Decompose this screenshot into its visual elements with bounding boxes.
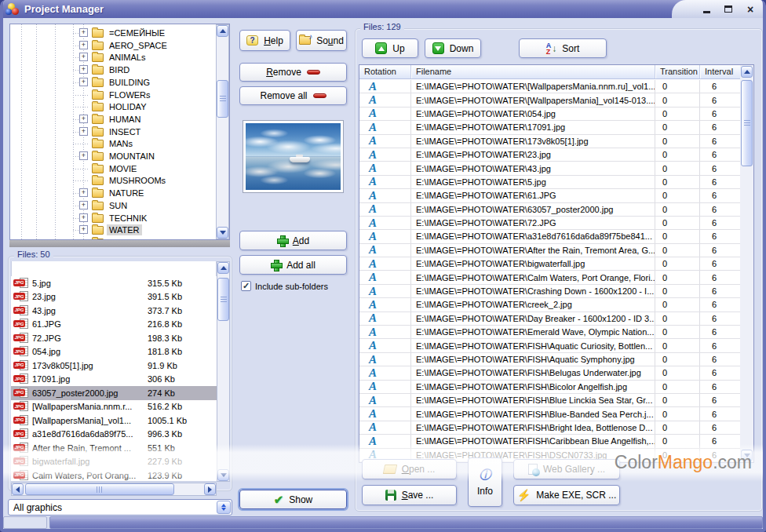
- file-list-scroll-left-button[interactable]: [12, 483, 24, 495]
- expand-plus-icon[interactable]: +: [79, 225, 88, 234]
- file-list-row[interactable]: JPG17091.jpg306 Kb: [11, 373, 217, 387]
- tree-item[interactable]: FLOWERs: [10, 89, 229, 101]
- expand-plus-icon[interactable]: +: [79, 127, 88, 136]
- playlist-row[interactable]: AE:\IMAGE\=PHOTO\WATER\Day Breaker - 160…: [359, 312, 741, 326]
- tree-item[interactable]: +SUN: [10, 199, 229, 212]
- playlist-scrollbar[interactable]: [740, 65, 753, 462]
- add-button[interactable]: Add: [239, 231, 347, 250]
- file-list-row[interactable]: JPG054.jpg181.8 Kb: [11, 345, 217, 359]
- open-button[interactable]: Open ...: [362, 459, 457, 479]
- playlist-row[interactable]: AE:\IMAGE\=PHOTO\WATER\63057_poster2000.…: [359, 203, 741, 217]
- playlist-row[interactable]: AE:\IMAGE\=PHOTO\WATER\After the Rain, T…: [359, 244, 741, 257]
- column-header-filename[interactable]: Filename: [411, 65, 655, 78]
- playlist-row[interactable]: AE:\IMAGE\=PHOTO\WATER\FISH\Blue Linckia…: [359, 394, 741, 407]
- column-header-rotation[interactable]: Rotation: [359, 65, 411, 78]
- file-list-scroll-thumb[interactable]: [217, 278, 229, 321]
- playlist-row[interactable]: AE:\IMAGE\=PHOTO\WATER\FISH\Aquatic Curi…: [359, 339, 741, 352]
- tree-item[interactable]: +ANIMALs: [10, 51, 229, 64]
- checkbox-check-icon[interactable]: ✓: [241, 281, 251, 291]
- playlist-row[interactable]: AE:\IMAGE\=PHOTO\WATER\FISH\Aquatic Symp…: [359, 353, 741, 366]
- playlist-row[interactable]: AE:\IMAGE\=PHOTO\WATER\5.jpg06: [359, 176, 741, 189]
- tree-item[interactable]: +BIRD: [10, 64, 229, 76]
- expand-plus-icon[interactable]: +: [79, 151, 88, 160]
- sort-button[interactable]: AZ↓ Sort: [519, 38, 607, 58]
- expand-plus-icon[interactable]: +: [79, 53, 88, 61]
- playlist-row[interactable]: AE:\IMAGE\=PHOTO\WATER\61.JPG06: [359, 189, 741, 202]
- expand-plus-icon[interactable]: +: [79, 65, 88, 74]
- expand-plus-icon[interactable]: +: [79, 201, 88, 210]
- close-button[interactable]: ×: [744, 3, 757, 16]
- info-button[interactable]: ⓘ Info: [468, 457, 502, 507]
- playlist-row[interactable]: AE:\IMAGE\=PHOTO\WATER\a31e8d7616da6da89…: [359, 230, 741, 243]
- playlist-row[interactable]: AE:\IMAGE\=PHOTO\WATER\FISH\Blue-Banded …: [359, 407, 741, 421]
- file-list-hscrollbar[interactable]: [11, 483, 217, 496]
- tree-item[interactable]: +TECHNIK: [10, 212, 229, 224]
- tree-item[interactable]: +INSECT: [10, 126, 229, 138]
- file-list-row[interactable]: JPGa31e8d7616da6da89f75...996.3 Kb: [11, 428, 217, 442]
- maximize-button[interactable]: [722, 3, 735, 16]
- expand-plus-icon[interactable]: +: [79, 213, 88, 222]
- playlist-row[interactable]: AE:\IMAGE\=PHOTO\WATER\Crashing Down - 1…: [359, 285, 741, 298]
- save-button[interactable]: Save ...: [362, 485, 457, 505]
- file-list-row[interactable]: JPG43.jpg373.7 Kb: [11, 304, 217, 318]
- file-list-row[interactable]: JPG61.JPG216.8 Kb: [11, 318, 217, 332]
- column-header-interval[interactable]: Interval: [700, 65, 741, 78]
- file-list-row[interactable]: JPG23.jpg391.5 Kb: [11, 290, 217, 304]
- playlist-row[interactable]: AE:\IMAGE\=PHOTO\WATER\Calm Waters, Port…: [359, 271, 741, 284]
- tree-scroll-down-button[interactable]: [217, 227, 228, 239]
- file-list-row[interactable]: JPG[WallpapersMania]_vol1...1005.1 Kb: [11, 414, 217, 428]
- tree-item[interactable]: MUSHROOMs: [10, 174, 229, 187]
- file-list-row[interactable]: JPG[WallpapersMania.nnm.r...516.2 Kb: [11, 400, 217, 414]
- remove-all-button[interactable]: Remove all: [239, 86, 347, 105]
- playlist-row[interactable]: AE:\IMAGE\=PHOTO\WATER\Emerald Wave, Oly…: [359, 326, 741, 339]
- expand-plus-icon[interactable]: +: [79, 78, 88, 86]
- tree-item[interactable]: HOLIDAY: [10, 100, 229, 113]
- playlist-row[interactable]: AE:\IMAGE\=PHOTO\WATER\17091.jpg06: [359, 121, 741, 134]
- title-bar[interactable]: Project Manager: [0, 0, 766, 18]
- minimize-button[interactable]: [700, 3, 713, 16]
- file-list-scroll-up-button[interactable]: [217, 262, 229, 274]
- playlist-row[interactable]: AE:\IMAGE\=PHOTO\WATER\FISH\Bicolor Ange…: [359, 381, 741, 394]
- playlist-row[interactable]: AE:\IMAGE\=PHOTO\WATER\[WallpapersMania]…: [359, 93, 741, 107]
- expand-plus-icon[interactable]: +: [79, 115, 88, 123]
- tree-item[interactable]: MOVIE: [10, 162, 229, 175]
- tree-item[interactable]: +BUILDING: [10, 76, 229, 89]
- file-list-row[interactable]: JPG72.JPG198.3 Kb: [11, 331, 217, 345]
- down-button[interactable]: Down: [425, 38, 481, 58]
- playlist-row[interactable]: AE:\IMAGE\=PHOTO\WATER\FISH\Belugas Unde…: [359, 366, 741, 380]
- playlist-scroll-thumb[interactable]: [741, 80, 753, 166]
- tree-item[interactable]: +=СЕМЕЙНЫЕ: [10, 27, 229, 39]
- file-list-row[interactable]: JPG63057_poster2000.jpg274 Kb: [11, 386, 217, 400]
- tree-scrollbar[interactable]: [216, 24, 229, 239]
- playlist-row[interactable]: AE:\IMAGE\=PHOTO\WATER\[WallpapersMania.…: [359, 80, 741, 93]
- show-button[interactable]: ✔ Show: [239, 490, 347, 509]
- file-list-row[interactable]: JPGAfter the Rain, Tremont ...551 Kb: [11, 441, 217, 455]
- help-button[interactable]: ? Help: [239, 30, 290, 51]
- up-button[interactable]: Up: [362, 38, 418, 58]
- playlist-row[interactable]: AE:\IMAGE\=PHOTO\WATER\creek_2.jpg06: [359, 298, 741, 312]
- playlist-row[interactable]: AE:\IMAGE\=PHOTO\WATER\43.jpg06: [359, 162, 741, 175]
- playlist-row[interactable]: AE:\IMAGE\=PHOTO\WATER\bigwaterfall.jpg0…: [359, 257, 741, 271]
- tree-scroll-up-button[interactable]: [217, 25, 228, 37]
- file-list-scrollbar[interactable]: [217, 261, 230, 482]
- tree-item[interactable]: +MOUNTAIN: [10, 150, 229, 162]
- tree-item[interactable]: +NATURE: [10, 187, 229, 199]
- remove-button[interactable]: Remove: [239, 63, 347, 82]
- playlist-row[interactable]: AE:\IMAGE\=PHOTO\WATER\FISH\Bright Idea,…: [359, 421, 741, 435]
- add-all-button[interactable]: Add all: [239, 255, 347, 275]
- playlist-scroll-down-button[interactable]: [741, 450, 753, 461]
- file-list-row[interactable]: JPG173v8k05[1].jpg91.9 Kb: [11, 359, 217, 373]
- playlist-scroll-up-button[interactable]: [741, 66, 753, 78]
- tree-item[interactable]: +AERO_SPACE: [10, 39, 229, 52]
- expand-plus-icon[interactable]: +: [79, 41, 88, 49]
- tree-scroll-thumb[interactable]: [217, 80, 228, 118]
- tree-list-splitter[interactable]: [9, 240, 230, 247]
- file-list-row[interactable]: JPGbigwaterfall.jpg227.9 Kb: [11, 455, 217, 469]
- file-list-hscroll-thumb[interactable]: [25, 483, 174, 495]
- sound-button[interactable]: ♪ Sound: [296, 30, 347, 51]
- file-list-row[interactable]: JPGCalm Waters, Port Orang...123.9 Kb: [11, 468, 217, 481]
- playlist-row[interactable]: AE:\IMAGE\=PHOTO\WATER\054.jpg06: [359, 107, 741, 121]
- playlist-row[interactable]: AE:\IMAGE\=PHOTO\WATER\72.JPG06: [359, 217, 741, 230]
- web-gallery-button[interactable]: Web Gallery ...: [513, 459, 620, 479]
- column-header-transition[interactable]: Transition: [655, 65, 700, 78]
